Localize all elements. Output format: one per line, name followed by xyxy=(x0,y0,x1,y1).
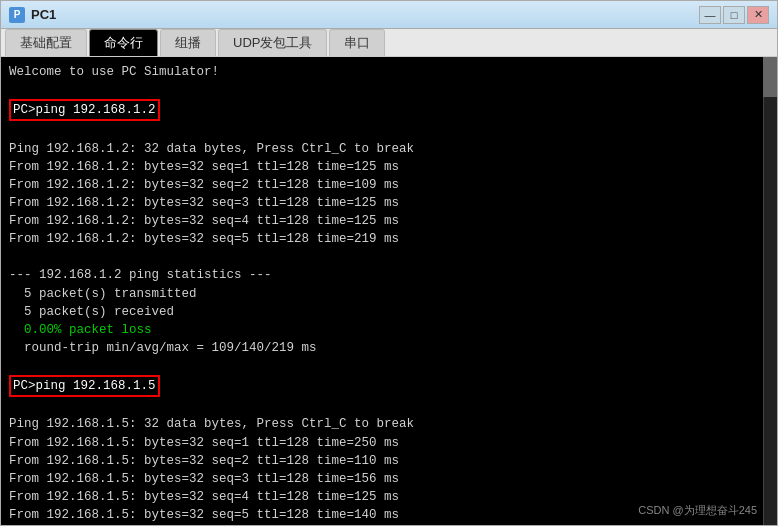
tab-basic-config[interactable]: 基础配置 xyxy=(5,29,87,56)
terminal-line xyxy=(9,121,769,139)
tab-udp-tool[interactable]: UDP发包工具 xyxy=(218,29,327,56)
minimize-button[interactable]: — xyxy=(699,6,721,24)
terminal-line xyxy=(9,397,769,415)
terminal-line: 5 packet(s) transmitted xyxy=(9,285,769,303)
tab-bar: 基础配置 命令行 组播 UDP发包工具 串口 xyxy=(1,29,777,57)
main-window: P PC1 — □ ✕ 基础配置 命令行 组播 UDP发包工具 串口 Welco… xyxy=(0,0,778,526)
terminal-area[interactable]: Welcome to use PC Simulator! PC>ping 192… xyxy=(1,57,777,525)
terminal-line: From 192.168.1.5: bytes=32 seq=3 ttl=128… xyxy=(9,470,769,488)
terminal-line: From 192.168.1.2: bytes=32 seq=3 ttl=128… xyxy=(9,194,769,212)
terminal-line: 5 packet(s) received xyxy=(9,303,769,321)
window-title: PC1 xyxy=(31,7,56,22)
terminal-line: From 192.168.1.2: bytes=32 seq=1 ttl=128… xyxy=(9,158,769,176)
terminal-line: From 192.168.1.5: bytes=32 seq=2 ttl=128… xyxy=(9,452,769,470)
terminal-line: round-trip min/avg/max = 109/140/219 ms xyxy=(9,339,769,357)
terminal-line: PC>ping 192.168.1.2 xyxy=(9,99,769,121)
scrollbar-thumb[interactable] xyxy=(763,57,777,97)
terminal-line xyxy=(9,248,769,266)
terminal-line: From 192.168.1.2: bytes=32 seq=4 ttl=128… xyxy=(9,212,769,230)
close-button[interactable]: ✕ xyxy=(747,6,769,24)
title-bar-left: P PC1 xyxy=(9,7,56,23)
window-icon: P xyxy=(9,7,25,23)
maximize-button[interactable]: □ xyxy=(723,6,745,24)
command-highlight: PC>ping 192.168.1.5 xyxy=(9,375,160,397)
terminal-line: Ping 192.168.1.5: 32 data bytes, Press C… xyxy=(9,415,769,433)
terminal-line xyxy=(9,524,769,525)
title-bar: P PC1 — □ ✕ xyxy=(1,1,777,29)
terminal-line: 0.00% packet loss xyxy=(9,321,769,339)
terminal-line: Ping 192.168.1.2: 32 data bytes, Press C… xyxy=(9,140,769,158)
command-highlight: PC>ping 192.168.1.2 xyxy=(9,99,160,121)
scrollbar[interactable] xyxy=(763,57,777,525)
terminal-line: --- 192.168.1.2 ping statistics --- xyxy=(9,266,769,284)
terminal-line xyxy=(9,357,769,375)
terminal-line: From 192.168.1.5: bytes=32 seq=1 ttl=128… xyxy=(9,434,769,452)
tab-multicast[interactable]: 组播 xyxy=(160,29,216,56)
terminal-line: From 192.168.1.2: bytes=32 seq=2 ttl=128… xyxy=(9,176,769,194)
terminal-line: From 192.168.1.2: bytes=32 seq=5 ttl=128… xyxy=(9,230,769,248)
terminal-line xyxy=(9,81,769,99)
terminal-line: PC>ping 192.168.1.5 xyxy=(9,375,769,397)
tab-command-line[interactable]: 命令行 xyxy=(89,29,158,56)
watermark: CSDN @为理想奋斗245 xyxy=(638,503,757,519)
title-controls: — □ ✕ xyxy=(699,6,769,24)
tab-serial[interactable]: 串口 xyxy=(329,29,385,56)
terminal-line: Welcome to use PC Simulator! xyxy=(9,63,769,81)
